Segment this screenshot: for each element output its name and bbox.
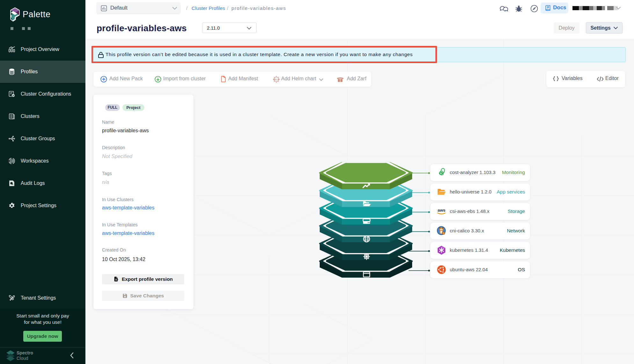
svg-text:HELM: HELM	[273, 78, 279, 81]
svg-text:aws: aws	[438, 208, 446, 213]
